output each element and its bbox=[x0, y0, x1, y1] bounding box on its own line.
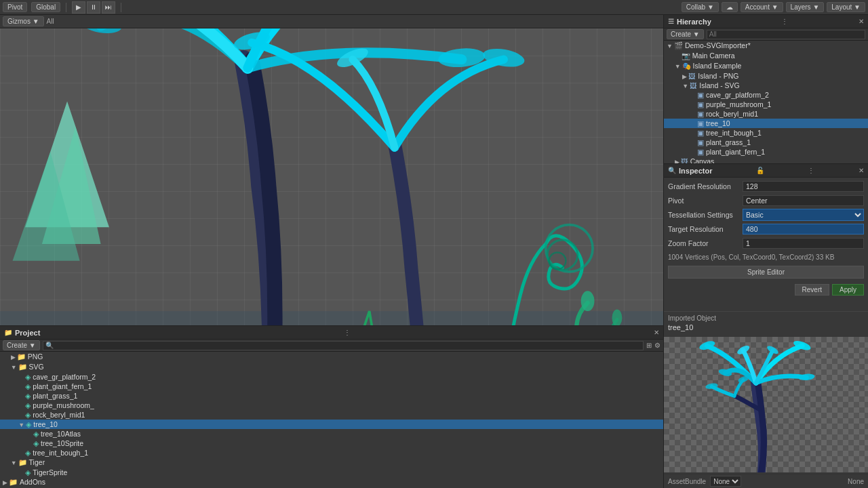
scene-art bbox=[0, 28, 663, 325]
target-resolution-input[interactable] bbox=[743, 224, 864, 235]
project-item-tree10-asset[interactable]: ▼◈tree_10 bbox=[0, 420, 663, 429]
project-layout-btn[interactable]: ⊞ bbox=[646, 342, 652, 349]
project-item-tree10sprite[interactable]: ◈tree_10Sprite bbox=[0, 439, 663, 448]
inspector-header: 🔍 Inspector 🔓 ⋮ ✕ bbox=[664, 164, 868, 178]
project-panel-header: 📁 Project ⋮ ✕ bbox=[0, 326, 663, 340]
hierarchy-search-input[interactable] bbox=[707, 30, 865, 39]
hierarchy-item-fern1[interactable]: ▣plant_giant_fern_1 bbox=[664, 147, 868, 157]
project-close-button[interactable]: ✕ bbox=[654, 329, 659, 336]
center-panel: Gizmos ▼ All bbox=[0, 15, 663, 488]
layout-button[interactable]: Layout ▼ bbox=[827, 2, 865, 12]
imported-object-name: tree_10 bbox=[668, 323, 864, 331]
project-item-cave-asset[interactable]: ◈cave_gr_platform_2 bbox=[0, 372, 663, 382]
project-item-rock-asset[interactable]: ◈rock_beryl_mid1 bbox=[0, 410, 663, 420]
sprite-editor-button[interactable]: Sprite Editor bbox=[668, 266, 864, 279]
hierarchy-toolbar: Create ▼ bbox=[664, 28, 868, 41]
svg-rect-0 bbox=[0, 311, 663, 325]
toolbar-separator-2 bbox=[121, 3, 121, 12]
project-item-bough-asset[interactable]: ◈tree_int_bough_1 bbox=[0, 448, 663, 458]
right-side-panel: ☰ Hierarchy ⋮ ✕ Create ▼ ▼🎬Demo-SVGImpor… bbox=[663, 15, 868, 488]
project-create-button[interactable]: Create ▼ bbox=[3, 340, 40, 350]
layers-button[interactable]: Layers ▼ bbox=[786, 2, 825, 12]
global-button[interactable]: Global bbox=[31, 2, 60, 12]
collab-button[interactable]: Collab ▼ bbox=[682, 2, 719, 12]
project-title: Project bbox=[15, 329, 40, 337]
hierarchy-item-rock[interactable]: ▣rock_beryl_mid1 bbox=[664, 109, 868, 119]
cloud-button[interactable]: ☁ bbox=[722, 2, 738, 12]
apply-button[interactable]: Apply bbox=[832, 284, 864, 296]
top-toolbar: Pivot Global ▶ ⏸ ⏭ Collab ▼ ☁ Account ▼ … bbox=[0, 0, 868, 15]
project-menu-button[interactable]: ⋮ bbox=[344, 329, 351, 336]
project-item-mush-asset[interactable]: ◈purple_mushroom_ bbox=[0, 401, 663, 410]
asset-bundle-select[interactable]: None bbox=[710, 476, 741, 487]
scene-toolbar: Gizmos ▼ All bbox=[0, 15, 663, 28]
hierarchy-section: ☰ Hierarchy ⋮ ✕ Create ▼ ▼🎬Demo-SVGImpor… bbox=[664, 15, 868, 164]
project-search-input[interactable] bbox=[43, 341, 644, 350]
hierarchy-item-island-example[interactable]: ▼🎭Island Example bbox=[664, 61, 868, 71]
tessellation-label: Tessellation Settings bbox=[668, 211, 743, 219]
svg-point-20 bbox=[581, 291, 595, 311]
zoom-factor-label: Zoom Factor bbox=[668, 239, 743, 247]
inspector-section: 🔍 Inspector 🔓 ⋮ ✕ Gradient Resolution Pi… bbox=[664, 164, 868, 488]
pivot-row: Pivot bbox=[668, 195, 864, 207]
hierarchy-item-cave[interactable]: ▣cave_gr_platform_2 bbox=[664, 90, 868, 100]
pivot-button[interactable]: Pivot bbox=[3, 2, 27, 12]
inspector-close-button[interactable]: ✕ bbox=[859, 167, 864, 174]
pause-button[interactable]: ⏸ bbox=[87, 1, 100, 14]
tessellation-row: Tessellation Settings Basic Advanced bbox=[668, 209, 864, 221]
hierarchy-create-button[interactable]: Create ▼ bbox=[667, 29, 704, 39]
inspector-menu-button[interactable]: ⋮ bbox=[808, 167, 814, 174]
collab-area: Collab ▼ ☁ Account ▼ Layers ▼ Layout ▼ bbox=[682, 2, 865, 12]
account-button[interactable]: Account ▼ bbox=[741, 2, 783, 12]
scene-canvas[interactable] bbox=[0, 28, 663, 325]
zoom-factor-input[interactable] bbox=[743, 238, 864, 249]
scene-section: Gizmos ▼ All bbox=[0, 15, 663, 325]
project-item-svg-folder[interactable]: ▼📁SVG bbox=[0, 362, 663, 372]
revert-button[interactable]: Revert bbox=[795, 284, 829, 296]
project-item-addons-folder[interactable]: ▶📁AddOns bbox=[0, 477, 663, 487]
gizmos-button[interactable]: Gizmos ▼ bbox=[3, 16, 44, 26]
step-button[interactable]: ⏭ bbox=[102, 1, 115, 14]
svg-point-15 bbox=[549, 252, 566, 269]
hierarchy-item-grass1[interactable]: ▣plant_grass_1 bbox=[664, 138, 868, 147]
asset-bundle-row: AssetBundle None None bbox=[664, 474, 868, 488]
tessellation-select[interactable]: Basic Advanced bbox=[743, 209, 864, 221]
project-item-png-folder[interactable]: ▶📁PNG bbox=[0, 352, 663, 362]
hierarchy-tree: ▼🎬Demo-SVGImporter* 📷Main Camera ▼🎭Islan… bbox=[664, 41, 868, 163]
project-tree: ▶📁PNG ▼📁SVG ◈cave_gr_platform_2 ◈plant_g… bbox=[0, 352, 663, 488]
hierarchy-close-button[interactable]: ✕ bbox=[859, 18, 864, 25]
hierarchy-item-demo-svg[interactable]: ▼🎬Demo-SVGImporter* bbox=[664, 41, 868, 51]
hierarchy-item-bough1[interactable]: ▣tree_int_bough_1 bbox=[664, 128, 868, 138]
preview-sprite bbox=[664, 337, 868, 472]
hierarchy-item-mushroom[interactable]: ▣purple_mushroom_1 bbox=[664, 100, 868, 109]
toolbar-separator-1 bbox=[66, 3, 66, 12]
hierarchy-item-island-png[interactable]: ▶🖼Island - PNG bbox=[664, 71, 868, 81]
svg-point-13 bbox=[546, 225, 593, 272]
vertices-info: 1004 Vertices (Pos, Col, TexCoord0, TexC… bbox=[668, 251, 864, 263]
inspector-lock-button[interactable]: 🔓 bbox=[756, 167, 764, 174]
project-item-tiger-folder[interactable]: ▼📁Tiger bbox=[0, 458, 663, 468]
sprite-preview-area bbox=[664, 337, 868, 472]
pivot-label: Pivot bbox=[668, 197, 743, 205]
hierarchy-item-canvas[interactable]: ▶🖼Canvas bbox=[664, 157, 868, 163]
project-item-tree10atlas[interactable]: ◈tree_10Atlas bbox=[0, 429, 663, 439]
hierarchy-item-main-camera[interactable]: 📷Main Camera bbox=[664, 51, 868, 61]
pivot-input[interactable] bbox=[743, 195, 864, 206]
hierarchy-item-tree10[interactable]: ▣tree_10 bbox=[664, 119, 868, 128]
play-controls: ▶ ⏸ ⏭ bbox=[72, 1, 115, 14]
project-toolbar: Create ▼ ⊞ ⚙ bbox=[0, 340, 663, 352]
hierarchy-item-island-svg[interactable]: ▼🖼Island - SVG bbox=[664, 81, 868, 90]
project-settings-btn[interactable]: ⚙ bbox=[654, 342, 660, 349]
project-item-grass-asset[interactable]: ◈plant_grass_1 bbox=[0, 391, 663, 401]
target-resolution-row: Target Resolution bbox=[668, 223, 864, 235]
main-area: Gizmos ▼ All bbox=[0, 15, 868, 488]
hierarchy-menu-button[interactable]: ⋮ bbox=[781, 18, 788, 25]
gradient-resolution-label: Gradient Resolution bbox=[668, 182, 743, 190]
inspector-content: Gradient Resolution Pivot Tessellation S… bbox=[664, 178, 868, 311]
play-button[interactable]: ▶ bbox=[72, 1, 85, 14]
project-item-tigersprite[interactable]: ◈TigerSprite bbox=[0, 468, 663, 477]
gradient-resolution-input[interactable] bbox=[743, 181, 864, 192]
project-icon: 📁 bbox=[4, 329, 12, 336]
scene-all-label: All bbox=[47, 18, 54, 25]
project-item-fern-asset[interactable]: ◈plant_giant_fern_1 bbox=[0, 382, 663, 391]
